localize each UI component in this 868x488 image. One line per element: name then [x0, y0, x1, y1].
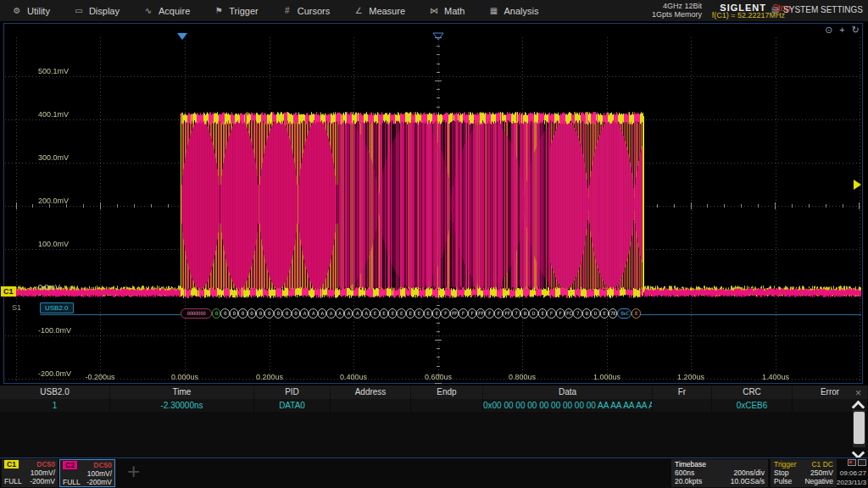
camera-icon[interactable]: ⊙: [825, 25, 832, 36]
timebase-samplerate: 10.0GSa/s: [731, 477, 765, 485]
decode-bubble-data: FC: [565, 308, 573, 319]
menu-item-label: Cursors: [298, 6, 331, 16]
channel1-scale: 100mV/: [31, 469, 55, 477]
channel2-coupling: DC50: [93, 461, 112, 469]
timebase-descriptor[interactable]: Timebase 600ns 200ns/div 20.0kpts 10.0GS…: [671, 459, 768, 487]
plot-toolbar: ⊙ + ↻: [825, 25, 860, 36]
menu-item-cursors[interactable]: #Cursors: [282, 6, 331, 16]
table-header-Data[interactable]: Data: [483, 385, 653, 399]
crosshair-icon[interactable]: +: [839, 25, 844, 36]
decode-bubble-data: D: [591, 308, 599, 319]
acquire-icon: ∿: [143, 6, 153, 15]
decode-bubble-data: A: [353, 308, 361, 319]
decode-table-body: 1-2.30000nsDATA00x00 00 00 00 00 00 00 0…: [0, 399, 868, 412]
channel1-coupling: DC50: [36, 460, 55, 469]
table-row[interactable]: 1-2.30000nsDATA00x00 00 00 00 00 00 00 0…: [0, 399, 868, 412]
menu-item-label: Math: [444, 6, 465, 16]
decode-bubble-data: E: [424, 308, 432, 319]
menu-item-display[interactable]: ▭Display: [74, 6, 120, 16]
decode-bubble-data: E: [397, 308, 405, 319]
decode-bubble-data: A: [344, 308, 353, 319]
decode-bubble-eop: E: [632, 308, 640, 319]
channel1-axis-badge[interactable]: C1: [1, 286, 16, 297]
acq-memory: 1Gpts Memory: [652, 10, 702, 19]
decode-bubble-data: A: [300, 308, 309, 319]
decode-bubble-data: F: [556, 308, 565, 319]
decode-bubble-data: 0: [282, 308, 291, 319]
timebase-delay: 600ns: [675, 469, 694, 477]
decode-bubble-data: FF: [450, 308, 459, 319]
decode-bubble-data: A: [326, 308, 335, 319]
settings-icon: ▤: [771, 5, 779, 14]
system-settings-label: SYSTEM SETTINGS: [783, 5, 863, 14]
table-header-Fr[interactable]: Fr: [653, 385, 712, 399]
trigger-source: C1 DC: [811, 460, 833, 469]
channel1-descriptor[interactable]: C1 DC50 100mV/ FULL -200mV: [2, 459, 58, 487]
decode-bubble-data: A: [318, 308, 326, 319]
decode-bubble-data: F: [485, 308, 493, 319]
menu-item-label: Utility: [27, 6, 50, 16]
menu-item-acquire[interactable]: ∿Acquire: [143, 6, 190, 16]
table-header-PID[interactable]: PID: [254, 385, 331, 399]
table-header-Time[interactable]: Time: [110, 385, 254, 399]
table-cell: [411, 399, 483, 412]
decode-bubble-data: E: [388, 308, 397, 319]
decode-bubble-data: 0: [292, 308, 300, 319]
decode-bubble-crc: 0xC: [617, 308, 632, 319]
table-header-Address[interactable]: Address: [331, 385, 411, 399]
oscilloscope-screen: ⚙Utility▭Display∿Acquire⚑Trigger#Cursors…: [0, 0, 868, 488]
table-cell: 0xCEB6: [712, 399, 793, 412]
channel1-offset: -200mV: [30, 477, 55, 485]
y-axis-label: -100.0mV: [38, 326, 89, 335]
menu-item-label: Measure: [369, 6, 405, 16]
cursors-icon: #: [282, 6, 292, 15]
math-icon: ⋈: [429, 6, 439, 15]
table-cell: 1: [0, 399, 110, 412]
waveform-canvas[interactable]: [0, 21, 868, 385]
x-axis-label: 0.200us: [249, 373, 290, 381]
table-scrollbar-thumb[interactable]: [854, 412, 865, 444]
menu-item-trigger[interactable]: ⚑Trigger: [214, 6, 258, 16]
table-header-Endp[interactable]: Endp: [411, 385, 483, 399]
decode-bubble-data: E: [370, 308, 379, 319]
x-axis-label: -0.200us: [80, 373, 120, 381]
table-cell: [331, 399, 411, 412]
x-axis-label: 1.200us: [670, 373, 711, 381]
decode-bubble-data: 0: [274, 308, 282, 319]
timebase-title: Timebase: [675, 460, 706, 469]
trigger-descriptor[interactable]: Trigger C1 DC Stop 250mV Pulse Negative: [771, 459, 837, 487]
x-axis-label: 0.000us: [164, 373, 205, 381]
trigger-mode: Stop: [774, 469, 789, 477]
decode-bubble-data: E: [380, 308, 388, 319]
network-icon: [858, 459, 866, 466]
channel1-chip: C1: [4, 460, 19, 469]
lan-status-icon: [848, 459, 856, 466]
menu-item-label: Trigger: [229, 6, 258, 16]
add-channel-button[interactable]: +: [127, 458, 140, 485]
y-axis-label: 300.0mV: [38, 153, 89, 162]
decode-bubble-data: B: [520, 308, 529, 319]
decode-bubble-data: 0: [264, 308, 273, 319]
decode-bubble-data: E: [406, 308, 415, 319]
decode-table-header: USB2.0TimePIDAddressEndpDataFrCRCError: [0, 385, 868, 399]
table-header-USB2.0[interactable]: USB2.0: [0, 385, 110, 399]
menu-item-utility[interactable]: ⚙Utility: [12, 6, 50, 16]
x-axis-label: 0.400us: [333, 373, 374, 381]
decode-bubble-sync: 0000000: [181, 308, 212, 319]
x-axis-label: 0.600us: [418, 373, 459, 381]
decode-bubble-row: 00000000000000000AAAAAAAAEEEEEEEEFFFFFFF…: [0, 308, 868, 319]
menu-item-analysis[interactable]: ▦Analysis: [488, 6, 538, 16]
system-settings-button[interactable]: ▤ SYSTEM SETTINGS: [771, 5, 863, 14]
timebase-points: 20.0kpts: [675, 477, 702, 485]
channel2-descriptor[interactable]: C2 DC50 100mV/ FULL -200mV: [59, 459, 115, 487]
trigger-type: Pulse: [774, 477, 792, 485]
decode-bubble-data: E: [600, 308, 609, 319]
menu-item-math[interactable]: ⋈Math: [429, 6, 465, 16]
close-icon[interactable]: ×: [855, 387, 861, 399]
menu-item-measure[interactable]: ∠Measure: [353, 6, 405, 16]
table-header-CRC[interactable]: CRC: [712, 385, 793, 399]
decode-bubble-data: FF: [503, 308, 511, 319]
rotate-icon[interactable]: ↻: [852, 25, 860, 36]
y-axis-label: 200.0mV: [38, 197, 89, 205]
trigger-level: 250mV: [810, 469, 833, 477]
